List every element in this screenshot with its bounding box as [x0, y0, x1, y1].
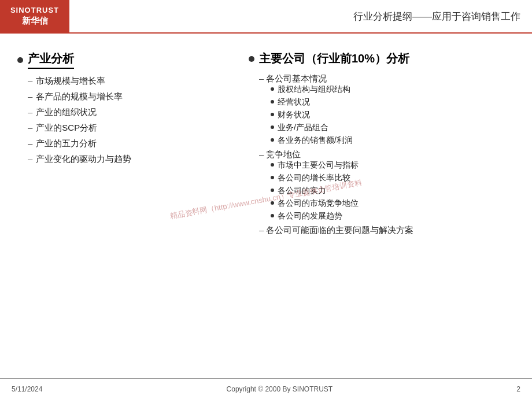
list-item: 财务状况 [271, 110, 515, 120]
right-group-2-sub: 市场中主要公司与指标 各公司的增长率比较 各公司的实力 各公司的市场竞争地位 [271, 160, 515, 221]
small-bullet-icon [271, 138, 274, 142]
small-bullet-icon [271, 87, 274, 91]
left-section-header: 产业分析 [17, 51, 237, 69]
dash-icon: – [28, 107, 32, 117]
small-bullet-icon [271, 176, 274, 179]
right-section-title: 主要公司（行业前10%）分析 [259, 51, 409, 66]
left-bullet-icon [17, 57, 23, 63]
dash-icon: – [28, 76, 32, 86]
dash-icon: – [28, 138, 32, 148]
list-item: – 产业的SCP分析 [28, 123, 237, 134]
small-bullet-icon [271, 163, 274, 167]
small-bullet-icon [271, 125, 274, 129]
dash-icon: – [28, 154, 32, 164]
list-item: 各公司的市场竞争地位 [271, 198, 515, 209]
footer-copyright: Copyright © 2000 By SINOTRUST [227, 385, 333, 393]
dash-icon: – [259, 149, 264, 159]
right-group-3: – 各公司可能面临的主要问题与解决方案 [259, 225, 515, 236]
right-bullet-icon [249, 56, 254, 62]
list-item: – 产业变化的驱动力与趋势 [28, 154, 237, 165]
list-item: – 各产品的规模与增长率 [28, 91, 237, 102]
header-title: 行业分析提纲——应用于咨询销售工作 [353, 10, 520, 23]
list-item: – 产业的组织状况 [28, 107, 237, 118]
right-group-1: – 各公司基本情况 股权结构与组织结构 经营状况 财务状况 [259, 73, 515, 146]
list-item: 经营状况 [271, 97, 515, 108]
list-item: 各业务的销售额/利润 [271, 135, 515, 146]
list-item: 各公司的发展趋势 [271, 211, 515, 221]
right-items-list: – 各公司基本情况 股权结构与组织结构 经营状况 财务状况 [259, 73, 515, 236]
footer-date: 5/11/2024 [12, 385, 42, 393]
small-bullet-icon [271, 201, 274, 205]
dash-icon: – [259, 73, 264, 83]
dash-icon: – [28, 123, 32, 132]
list-item: 业务/产品组合 [271, 123, 515, 133]
footer: 5/11/2024 Copyright © 2000 By SINOTRUST … [0, 378, 532, 399]
footer-page: 2 [516, 385, 520, 393]
left-section-title: 产业分析 [28, 51, 74, 69]
right-group-1-sub: 股权结构与组织结构 经营状况 财务状况 业务/产品组合 [271, 84, 515, 146]
logo-box: SINOTRUST 新华信 [0, 0, 69, 32]
logo-top: SINOTRUST [10, 6, 59, 14]
right-group-2: – 竞争地位 市场中主要公司与指标 各公司的增长率比较 各公司的实力 [259, 149, 515, 221]
main-content: 产业分析 – 市场规模与增长率 – 各产品的规模与增长率 – 产业的组织状况 –… [0, 34, 532, 375]
list-item: 股权结构与组织结构 [271, 84, 515, 95]
left-column: 产业分析 – 市场规模与增长率 – 各产品的规模与增长率 – 产业的组织状况 –… [17, 45, 237, 363]
list-item: 市场中主要公司与指标 [271, 160, 515, 171]
dash-icon: – [259, 225, 264, 235]
header: SINOTRUST 新华信 行业分析提纲——应用于咨询销售工作 [0, 0, 532, 34]
small-bullet-icon [271, 189, 274, 192]
left-items-list: – 市场规模与增长率 – 各产品的规模与增长率 – 产业的组织状况 – 产业的S… [28, 76, 237, 165]
right-section-header: 主要公司（行业前10%）分析 [249, 51, 515, 66]
dash-icon: – [28, 91, 32, 101]
list-item: – 市场规模与增长率 [28, 76, 237, 87]
header-title-area: 行业分析提纲——应用于咨询销售工作 [69, 0, 532, 32]
small-bullet-icon [271, 214, 274, 217]
list-item: – 产业的五力分析 [28, 138, 237, 149]
list-item: 各公司的增长率比较 [271, 173, 515, 183]
logo-bottom: 新华信 [22, 16, 48, 27]
small-bullet-icon [271, 113, 274, 116]
small-bullet-icon [271, 100, 274, 104]
list-item: 各公司的实力 [271, 186, 515, 196]
right-column: 主要公司（行业前10%）分析 – 各公司基本情况 股权结构与组织结构 经营状况 [249, 45, 515, 363]
